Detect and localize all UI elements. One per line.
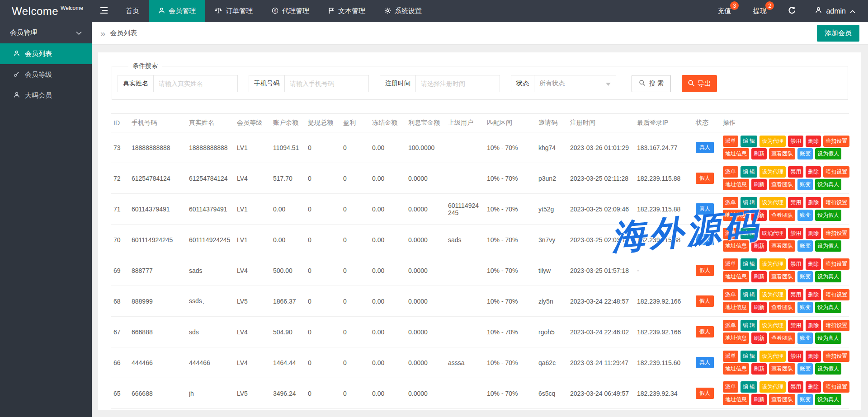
action-team-button[interactable]: 查看团队 xyxy=(769,394,795,405)
action-account-button[interactable]: 账变 xyxy=(797,271,813,282)
action-disable-button[interactable]: 禁用 xyxy=(788,166,803,178)
action-dispatch-button[interactable]: 派单 xyxy=(723,228,738,239)
action-delete-button[interactable]: 删除 xyxy=(806,351,821,362)
action-refresh-button[interactable]: 刷新 xyxy=(751,394,767,405)
action-set-agent-button[interactable]: 设为代理 xyxy=(760,381,786,393)
sidebar-item-member-level[interactable]: 会员等级 xyxy=(0,64,92,85)
phone-input[interactable] xyxy=(285,75,368,92)
action-edit-button[interactable]: 编 辑 xyxy=(741,381,757,393)
action-team-button[interactable]: 查看团队 xyxy=(769,271,795,282)
search-button[interactable]: 搜 索 xyxy=(632,75,671,92)
action-refresh-button[interactable]: 刷新 xyxy=(751,210,767,221)
action-hidden-button[interactable]: 暗扣设置 xyxy=(823,258,849,270)
action-edit-button[interactable]: 编 辑 xyxy=(741,166,757,178)
action-hidden-button[interactable]: 暗扣设置 xyxy=(823,228,849,239)
export-button[interactable]: 导出 xyxy=(682,75,717,92)
action-dispatch-button[interactable]: 派单 xyxy=(723,351,738,362)
action-address-button[interactable]: 地址信息 xyxy=(723,148,749,159)
action-delete-button[interactable]: 删除 xyxy=(806,320,821,331)
action-edit-button[interactable]: 编 辑 xyxy=(741,258,757,270)
action-disable-button[interactable]: 禁用 xyxy=(788,320,803,331)
action-hidden-button[interactable]: 暗扣设置 xyxy=(823,289,849,300)
action-team-button[interactable]: 查看团队 xyxy=(769,148,795,159)
action-edit-button[interactable]: 编 辑 xyxy=(741,351,757,362)
sidebar-item-damai-member[interactable]: 大吗会员 xyxy=(0,85,92,106)
action-refresh-button[interactable]: 刷新 xyxy=(751,333,767,344)
action-hidden-button[interactable]: 暗扣设置 xyxy=(823,136,849,147)
action-set-agent-button[interactable]: 设为代理 xyxy=(760,289,786,300)
action-delete-button[interactable]: 删除 xyxy=(806,258,821,270)
nav-item-texts[interactable]: 文本管理 xyxy=(319,0,375,22)
action-set-real-button[interactable]: 设为真人 xyxy=(815,333,841,344)
action-set-real-button[interactable]: 设为真人 xyxy=(815,302,841,313)
status-select[interactable]: 所有状态 xyxy=(534,75,616,92)
action-address-button[interactable]: 地址信息 xyxy=(723,240,749,252)
action-address-button[interactable]: 地址信息 xyxy=(723,333,749,344)
action-set-fake-button[interactable]: 设为假人 xyxy=(815,240,841,252)
action-hidden-button[interactable]: 暗扣设置 xyxy=(823,351,849,362)
action-delete-button[interactable]: 删除 xyxy=(806,197,821,208)
action-set-agent-button[interactable]: 设为代理 xyxy=(760,136,786,147)
action-disable-button[interactable]: 禁用 xyxy=(788,197,803,208)
action-team-button[interactable]: 查看团队 xyxy=(769,333,795,344)
action-refresh-button[interactable]: 刷新 xyxy=(751,179,767,190)
action-account-button[interactable]: 账变 xyxy=(797,302,813,313)
action-team-button[interactable]: 查看团队 xyxy=(769,363,795,375)
action-account-button[interactable]: 账变 xyxy=(797,179,813,190)
action-disable-button[interactable]: 禁用 xyxy=(788,136,803,147)
action-set-agent-button[interactable]: 设为代理 xyxy=(760,166,786,178)
sidebar-collapse-button[interactable] xyxy=(92,0,116,22)
add-member-button[interactable]: 添加会员 xyxy=(817,25,859,42)
action-hidden-button[interactable]: 暗扣设置 xyxy=(823,197,849,208)
action-dispatch-button[interactable]: 派单 xyxy=(723,166,738,178)
withdraw-button[interactable]: 提现 2 xyxy=(742,0,777,22)
action-hidden-button[interactable]: 暗扣设置 xyxy=(823,166,849,178)
action-refresh-button[interactable]: 刷新 xyxy=(751,363,767,375)
action-hidden-button[interactable]: 暗扣设置 xyxy=(823,381,849,393)
sidebar-item-member-list[interactable]: 会员列表 xyxy=(0,43,92,64)
action-disable-button[interactable]: 禁用 xyxy=(788,228,803,239)
action-address-button[interactable]: 地址信息 xyxy=(723,179,749,190)
action-delete-button[interactable]: 删除 xyxy=(806,228,821,239)
action-set-real-button[interactable]: 设为真人 xyxy=(815,179,841,190)
action-team-button[interactable]: 查看团队 xyxy=(769,302,795,313)
action-edit-button[interactable]: 编 辑 xyxy=(741,136,757,147)
action-edit-button[interactable]: 编 辑 xyxy=(741,197,757,208)
action-refresh-button[interactable]: 刷新 xyxy=(751,302,767,313)
nav-item-home[interactable]: 首页 xyxy=(116,0,149,22)
action-address-button[interactable]: 地址信息 xyxy=(723,271,749,282)
action-dispatch-button[interactable]: 派单 xyxy=(723,320,738,331)
action-address-button[interactable]: 地址信息 xyxy=(723,363,749,375)
action-address-button[interactable]: 地址信息 xyxy=(723,302,749,313)
action-team-button[interactable]: 查看团队 xyxy=(769,240,795,252)
refresh-page-button[interactable] xyxy=(777,0,807,22)
action-dispatch-button[interactable]: 派单 xyxy=(723,381,738,393)
action-delete-button[interactable]: 删除 xyxy=(806,289,821,300)
action-delete-button[interactable]: 删除 xyxy=(806,381,821,393)
action-set-real-button[interactable]: 设为真人 xyxy=(815,271,841,282)
action-disable-button[interactable]: 禁用 xyxy=(788,258,803,270)
action-account-button[interactable]: 账变 xyxy=(797,363,813,375)
action-disable-button[interactable]: 禁用 xyxy=(788,381,803,393)
action-set-fake-button[interactable]: 设为假人 xyxy=(815,363,841,375)
action-disable-button[interactable]: 禁用 xyxy=(788,289,803,300)
action-dispatch-button[interactable]: 派单 xyxy=(723,258,738,270)
action-refresh-button[interactable]: 刷新 xyxy=(751,240,767,252)
action-account-button[interactable]: 账变 xyxy=(797,210,813,221)
action-refresh-button[interactable]: 刷新 xyxy=(751,148,767,159)
action-set-fake-button[interactable]: 设为假人 xyxy=(815,210,841,221)
nav-item-settings[interactable]: 系统设置 xyxy=(375,0,431,22)
action-hidden-button[interactable]: 暗扣设置 xyxy=(823,320,849,331)
action-refresh-button[interactable]: 刷新 xyxy=(751,271,767,282)
action-cancel-agent-button[interactable]: 取消代理 xyxy=(760,228,786,239)
real-name-input[interactable] xyxy=(154,75,237,92)
action-delete-button[interactable]: 删除 xyxy=(806,136,821,147)
user-menu[interactable]: admin xyxy=(807,0,868,22)
action-dispatch-button[interactable]: 派单 xyxy=(723,197,738,208)
nav-item-members[interactable]: 会员管理 xyxy=(149,0,205,22)
action-set-agent-button[interactable]: 设为代理 xyxy=(760,197,786,208)
action-dispatch-button[interactable]: 派单 xyxy=(723,289,738,300)
sidebar-group-members[interactable]: 会员管理 xyxy=(0,22,92,43)
register-time-input[interactable] xyxy=(416,75,500,92)
nav-item-agents[interactable]: $ 代理管理 xyxy=(262,0,319,22)
